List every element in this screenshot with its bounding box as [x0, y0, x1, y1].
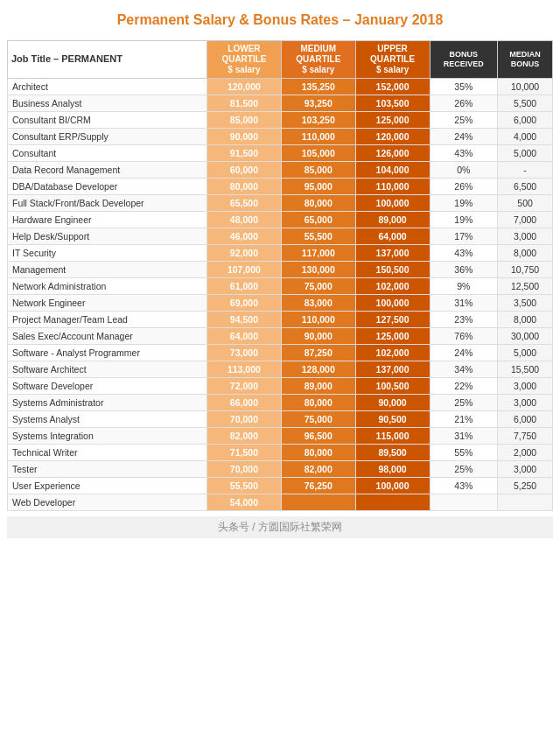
cell-median: 5,000: [498, 345, 553, 361]
cell-lower: 80,000: [207, 179, 282, 195]
cell-median: 3,000: [498, 395, 553, 411]
cell-medium: 130,000: [281, 262, 355, 278]
cell-median: 30,000: [498, 328, 553, 345]
cell-lower: 65,500: [207, 195, 282, 212]
cell-lower: 54,000: [207, 494, 282, 511]
cell-upper: 100,000: [355, 195, 430, 212]
cell-bonus: 24%: [430, 129, 498, 145]
cell-job-title: Consultant BI/CRM: [8, 112, 207, 129]
header-median: MEDIAN BONUS: [498, 41, 553, 79]
table-row: Project Manager/Team Lead94,500110,00012…: [8, 312, 553, 328]
table-row: Architect120,000135,250152,00035%10,000: [8, 79, 553, 95]
table-row: Help Desk/Support46,00055,50064,00017%3,…: [8, 228, 553, 245]
table-row: Network Administration61,00075,000102,00…: [8, 278, 553, 295]
cell-bonus: 17%: [430, 228, 498, 245]
cell-upper: 98,000: [355, 461, 430, 478]
cell-bonus: [430, 494, 498, 511]
cell-bonus: 25%: [430, 112, 498, 129]
cell-job-title: IT Security: [8, 245, 207, 262]
cell-job-title: Consultant: [8, 145, 207, 162]
cell-medium: 80,000: [281, 395, 355, 411]
cell-upper: 89,500: [355, 445, 430, 461]
cell-lower: 120,000: [207, 79, 282, 95]
cell-medium: 55,500: [281, 228, 355, 245]
cell-bonus: 43%: [430, 478, 498, 494]
cell-job-title: Web Developer: [8, 494, 207, 511]
header-medium: MEDIUM QUARTILE $ salary: [281, 41, 355, 79]
cell-bonus: 19%: [430, 212, 498, 228]
cell-lower: 72,000: [207, 378, 282, 395]
cell-median: 7,750: [498, 428, 553, 445]
cell-bonus: 19%: [430, 195, 498, 212]
cell-median: 5,250: [498, 478, 553, 494]
cell-upper: 100,500: [355, 378, 430, 395]
table-row: Sales Exec/Account Manager64,00090,00012…: [8, 328, 553, 345]
header-upper: UPPER QUARTILE $ salary: [355, 41, 430, 79]
cell-job-title: Project Manager/Team Lead: [8, 312, 207, 328]
cell-lower: 113,000: [207, 361, 282, 378]
cell-upper: 90,000: [355, 395, 430, 411]
cell-bonus: 43%: [430, 245, 498, 262]
table-row: Network Engineer69,00083,000100,00031%3,…: [8, 295, 553, 312]
cell-lower: 64,000: [207, 328, 282, 345]
cell-lower: 91,500: [207, 145, 282, 162]
cell-lower: 107,000: [207, 262, 282, 278]
cell-upper: 102,000: [355, 345, 430, 361]
cell-median: 4,000: [498, 129, 553, 145]
cell-median: 6,500: [498, 179, 553, 195]
cell-job-title: Help Desk/Support: [8, 228, 207, 245]
cell-upper: 120,000: [355, 129, 430, 145]
cell-job-title: Management: [8, 262, 207, 278]
cell-medium: 75,000: [281, 411, 355, 428]
cell-lower: 69,000: [207, 295, 282, 312]
cell-upper: 126,000: [355, 145, 430, 162]
cell-job-title: Software - Analyst Programmer: [8, 345, 207, 361]
cell-bonus: 24%: [430, 345, 498, 361]
cell-upper: 104,000: [355, 162, 430, 179]
cell-bonus: 31%: [430, 295, 498, 312]
cell-job-title: Systems Administrator: [8, 395, 207, 411]
table-row: Hardware Engineer48,00065,00089,00019%7,…: [8, 212, 553, 228]
watermark: 头条号 / 方圆国际社繁荣网: [7, 516, 553, 538]
table-row: Systems Integration82,00096,500115,00031…: [8, 428, 553, 445]
cell-bonus: 26%: [430, 179, 498, 195]
cell-medium: 95,000: [281, 179, 355, 195]
table-row: DBA/Database Developer80,00095,000110,00…: [8, 179, 553, 195]
cell-medium: 80,000: [281, 195, 355, 212]
cell-upper: 103,500: [355, 95, 430, 112]
cell-job-title: Systems Analyst: [8, 411, 207, 428]
table-row: Software Developer72,00089,000100,50022%…: [8, 378, 553, 395]
cell-job-title: Consultant ERP/Supply: [8, 129, 207, 145]
cell-lower: 70,000: [207, 461, 282, 478]
table-row: Consultant BI/CRM85,000103,250125,00025%…: [8, 112, 553, 129]
cell-median: 12,500: [498, 278, 553, 295]
cell-medium: 110,000: [281, 129, 355, 145]
cell-upper: 152,000: [355, 79, 430, 95]
header-lower: LOWER QUARTILE $ salary: [207, 41, 282, 79]
cell-job-title: Network Administration: [8, 278, 207, 295]
cell-medium: 76,250: [281, 478, 355, 494]
header-job-title: Job Title – PERMANENT: [8, 41, 207, 79]
cell-medium: [281, 494, 355, 511]
cell-median: 3,500: [498, 295, 553, 312]
cell-median: 500: [498, 195, 553, 212]
cell-job-title: Sales Exec/Account Manager: [8, 328, 207, 345]
cell-job-title: User Experience: [8, 478, 207, 494]
cell-median: 7,000: [498, 212, 553, 228]
cell-medium: 96,500: [281, 428, 355, 445]
cell-lower: 71,500: [207, 445, 282, 461]
table-row: Web Developer54,000: [8, 494, 553, 511]
cell-median: 10,750: [498, 262, 553, 278]
page-wrapper: Permanent Salary & Bonus Rates – January…: [0, 0, 560, 556]
table-row: Business Analyst81,50093,250103,50026%5,…: [8, 95, 553, 112]
cell-lower: 70,000: [207, 411, 282, 428]
cell-median: [498, 494, 553, 511]
cell-upper: 102,000: [355, 278, 430, 295]
cell-median: 3,000: [498, 461, 553, 478]
cell-medium: 85,000: [281, 162, 355, 179]
cell-median: 2,000: [498, 445, 553, 461]
cell-bonus: 34%: [430, 361, 498, 378]
cell-bonus: 31%: [430, 428, 498, 445]
table-row: Software - Analyst Programmer73,00087,25…: [8, 345, 553, 361]
cell-upper: 125,000: [355, 112, 430, 129]
